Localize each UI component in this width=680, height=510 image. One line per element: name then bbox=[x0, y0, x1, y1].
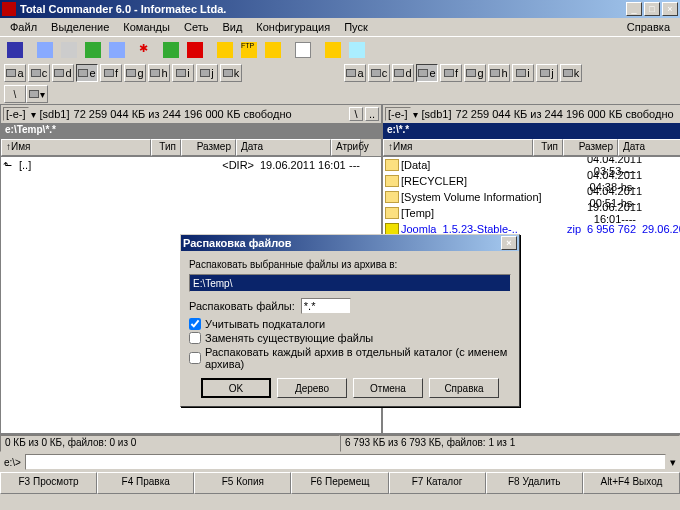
drive-i-right[interactable]: i bbox=[512, 64, 534, 82]
left-root-button[interactable]: \ bbox=[349, 107, 363, 121]
left-vol[interactable]: [-e-] bbox=[3, 107, 29, 121]
drive-a-left[interactable]: a bbox=[4, 64, 26, 82]
menu-commands[interactable]: Команды bbox=[117, 20, 176, 34]
f4-button[interactable]: F4 Правка bbox=[97, 472, 194, 494]
menu-start[interactable]: Пуск bbox=[338, 20, 374, 34]
command-line: e:\> ▾ bbox=[0, 452, 680, 472]
close-button[interactable]: × bbox=[662, 2, 678, 16]
tb-btn8[interactable] bbox=[184, 39, 206, 61]
tb-star[interactable]: ✱ bbox=[136, 39, 158, 61]
col-name[interactable]: ↑Имя bbox=[1, 139, 151, 156]
drive-f-right[interactable]: f bbox=[440, 64, 462, 82]
drive-c-left[interactable]: c bbox=[28, 64, 50, 82]
drive-j-right[interactable]: j bbox=[536, 64, 558, 82]
minimize-button[interactable]: _ bbox=[626, 2, 642, 16]
col-attr[interactable]: Атрибу bbox=[331, 139, 361, 156]
drive-d-left[interactable]: d bbox=[52, 64, 74, 82]
drive-a-right[interactable]: a bbox=[344, 64, 366, 82]
tb-notepad[interactable] bbox=[346, 39, 368, 61]
tb-btn13[interactable] bbox=[322, 39, 344, 61]
col-type[interactable]: Тип bbox=[533, 139, 563, 156]
tb-find[interactable] bbox=[292, 39, 314, 61]
folder-icon bbox=[385, 191, 399, 203]
maximize-button[interactable]: □ bbox=[644, 2, 660, 16]
app-icon bbox=[2, 2, 16, 16]
f6-button[interactable]: F6 Перемещ bbox=[291, 472, 388, 494]
left-drive-net[interactable]: ▾ bbox=[26, 85, 48, 103]
right-path[interactable]: e:\*.* bbox=[383, 123, 680, 139]
folder-icon bbox=[385, 175, 399, 187]
altf4-button[interactable]: Alt+F4 Выход bbox=[583, 472, 680, 494]
left-path[interactable]: e:\Temp\*.* bbox=[1, 123, 381, 139]
unpack-dialog: Распаковка файлов × Распаковать выбранны… bbox=[180, 234, 520, 407]
drive-g-right[interactable]: g bbox=[464, 64, 486, 82]
left-up-button[interactable]: .. bbox=[365, 107, 379, 121]
menu-file[interactable]: Файл bbox=[4, 20, 43, 34]
drive-e-right[interactable]: e bbox=[416, 64, 438, 82]
list-item[interactable]: [Temp]19.06.2011 16:01---- bbox=[383, 205, 680, 221]
cmd-prompt: e:\> bbox=[4, 457, 21, 468]
tb-btn11[interactable] bbox=[262, 39, 284, 61]
drive-j-left[interactable]: j bbox=[196, 64, 218, 82]
left-status: 0 КБ из 0 КБ, файлов: 0 из 0 bbox=[0, 435, 340, 452]
mask-label: Распаковать файлы: bbox=[189, 300, 295, 312]
menu-config[interactable]: Конфигурация bbox=[250, 20, 336, 34]
chk-subdirs[interactable]: Учитывать подкаталоги bbox=[189, 318, 511, 330]
drive-d-right[interactable]: d bbox=[392, 64, 414, 82]
dialog-close-button[interactable]: × bbox=[501, 236, 517, 250]
chk-overwrite[interactable]: Заменять существующие файлы bbox=[189, 332, 511, 344]
drive-k-right[interactable]: k bbox=[560, 64, 582, 82]
drive-h-left[interactable]: h bbox=[148, 64, 170, 82]
col-size[interactable]: Размер bbox=[181, 139, 236, 156]
left-freespace: 72 259 044 КБ из 244 196 000 КБ свободно bbox=[74, 108, 347, 120]
drive-e-left[interactable]: e bbox=[76, 64, 98, 82]
list-item: ⬑ [..] <DIR> 19.06.2011 16:01 --- bbox=[1, 157, 381, 173]
mask-input[interactable] bbox=[301, 298, 351, 314]
help-button[interactable]: Справка bbox=[429, 378, 499, 398]
drive-k-left[interactable]: k bbox=[220, 64, 242, 82]
menu-help[interactable]: Справка bbox=[621, 20, 676, 34]
tb-btn5[interactable] bbox=[106, 39, 128, 61]
chk-separate[interactable]: Распаковать каждый архив в отдельный кат… bbox=[189, 346, 511, 370]
drive-h-right[interactable]: h bbox=[488, 64, 510, 82]
f3-button[interactable]: F3 Просмотр bbox=[0, 472, 97, 494]
left-drive-bar: a c d e f g h i j k bbox=[0, 62, 340, 84]
toolbar: ✱ FTP bbox=[0, 36, 680, 62]
menu-net[interactable]: Сеть bbox=[178, 20, 214, 34]
ok-button[interactable]: OK bbox=[201, 378, 271, 398]
dest-input[interactable] bbox=[189, 274, 511, 292]
col-date[interactable]: Дата bbox=[618, 139, 680, 156]
tb-btn4[interactable] bbox=[82, 39, 104, 61]
f5-button[interactable]: F5 Копия bbox=[194, 472, 291, 494]
folder-icon bbox=[385, 159, 399, 171]
cmd-input[interactable] bbox=[25, 454, 666, 470]
tb-pack[interactable] bbox=[214, 39, 236, 61]
col-size[interactable]: Размер bbox=[563, 139, 618, 156]
col-type[interactable]: Тип bbox=[151, 139, 181, 156]
title-bar: Total Commander 6.0 - Informatec Ltda. _… bbox=[0, 0, 680, 18]
right-vol[interactable]: [-e-] bbox=[385, 107, 411, 121]
tb-refresh[interactable] bbox=[4, 39, 26, 61]
tb-btn2[interactable] bbox=[34, 39, 56, 61]
drive-g-left[interactable]: g bbox=[124, 64, 146, 82]
f8-button[interactable]: F8 Удалить bbox=[486, 472, 583, 494]
dest-label: Распаковать выбранные файлы из архива в: bbox=[189, 259, 511, 270]
status-bar: 0 КБ из 0 КБ, файлов: 0 из 0 6 793 КБ из… bbox=[0, 434, 680, 452]
tree-button[interactable]: Дерево bbox=[277, 378, 347, 398]
tb-ftp[interactable]: FTP bbox=[238, 39, 260, 61]
window-title: Total Commander 6.0 - Informatec Ltda. bbox=[20, 3, 626, 15]
f7-button[interactable]: F7 Каталог bbox=[389, 472, 486, 494]
folder-icon bbox=[385, 207, 399, 219]
cancel-button[interactable]: Отмена bbox=[353, 378, 423, 398]
menu-view[interactable]: Вид bbox=[216, 20, 248, 34]
tb-btn3[interactable] bbox=[58, 39, 80, 61]
right-disk: [sdb1] bbox=[422, 108, 452, 120]
left-drive-root[interactable]: \ bbox=[4, 85, 26, 103]
col-name[interactable]: ↑Имя bbox=[383, 139, 533, 156]
menu-select[interactable]: Выделение bbox=[45, 20, 115, 34]
drive-c-right[interactable]: c bbox=[368, 64, 390, 82]
tb-btn7[interactable] bbox=[160, 39, 182, 61]
col-date[interactable]: Дата bbox=[236, 139, 331, 156]
drive-f-left[interactable]: f bbox=[100, 64, 122, 82]
drive-i-left[interactable]: i bbox=[172, 64, 194, 82]
